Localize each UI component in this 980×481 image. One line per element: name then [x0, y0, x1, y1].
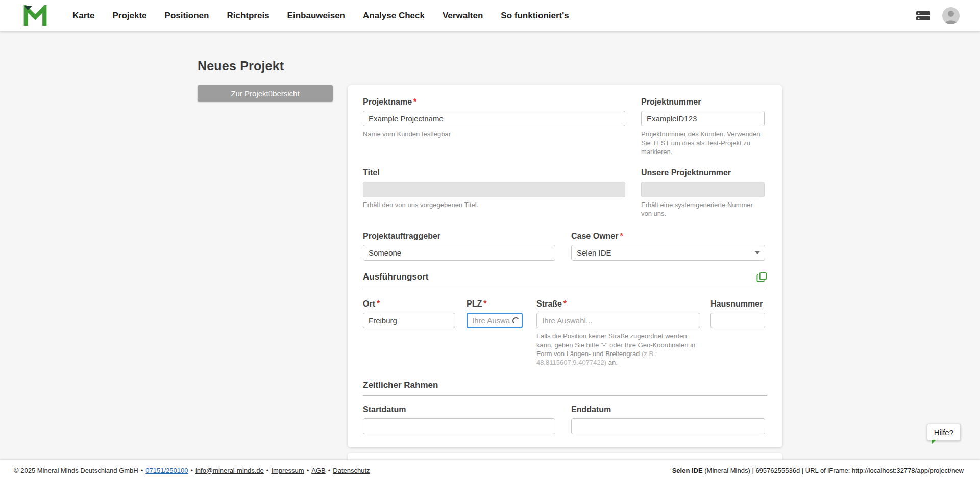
titel-label: Titel: [363, 168, 625, 178]
ort-label: Ort*: [363, 299, 455, 309]
enddatum-input[interactable]: [571, 418, 765, 434]
zeitlicher-rahmen-heading: Zeitlicher Rahmen: [363, 380, 438, 390]
project-overview-button[interactable]: Zur Projektübersicht: [198, 85, 333, 102]
nav-item-verwalten[interactable]: Verwalten: [443, 11, 483, 21]
titel-help: Erhält den von uns vorgegebenen Titel.: [363, 200, 625, 209]
titel-input: [363, 182, 625, 197]
projektnummer-label: Projektnummer: [641, 97, 765, 107]
loading-spinner-icon: [512, 317, 520, 324]
copy-icon[interactable]: [756, 272, 767, 283]
projektname-label: Projektname*: [363, 97, 625, 107]
mineral-minds-logo[interactable]: [23, 5, 47, 27]
projektnummer-input[interactable]: [641, 111, 765, 126]
phone-link[interactable]: 07151/250100: [145, 467, 188, 474]
required-asterisk: *: [564, 299, 567, 308]
case-owner-label: Case Owner*: [571, 232, 765, 241]
strasse-label: Straße*: [536, 299, 700, 309]
server-icon[interactable]: [916, 10, 931, 21]
footer-session-info: Selen IDE (Mineral Minds) | 69576255536d…: [672, 467, 964, 474]
top-navbar: Karte Projekte Positionen Richtpreis Ein…: [0, 0, 980, 31]
session-user: Selen IDE: [672, 467, 703, 474]
unsere-projektnummer-help: Erhält eine systemgenerierte Nummer von …: [641, 200, 765, 218]
required-asterisk: *: [483, 299, 486, 308]
case-owner-selected-value: Selen IDE: [577, 248, 611, 257]
separator: •: [266, 467, 269, 474]
new-project-form-card: Projektname* Name vom Kunden festlegbar …: [348, 85, 782, 447]
user-avatar[interactable]: [942, 7, 960, 24]
projektname-input[interactable]: [363, 111, 625, 126]
left-column: Zur Projektübersicht: [198, 85, 333, 102]
nav-item-positionen[interactable]: Positionen: [165, 11, 209, 21]
navbar-right: [916, 7, 960, 24]
nav-item-projekte[interactable]: Projekte: [112, 11, 146, 21]
strasse-help: Falls die Position keiner Straße zugeord…: [536, 332, 700, 367]
nav-item-karte[interactable]: Karte: [72, 11, 94, 21]
separator: •: [141, 467, 143, 474]
projektauftraggeber-label: Projektauftraggeber: [363, 232, 555, 241]
enddatum-label: Enddatum: [571, 405, 765, 414]
hausnummer-label: Hausnummer: [710, 299, 765, 309]
required-asterisk: *: [377, 299, 380, 308]
session-details: (Mineral Minds) | 69576255536d | URL of …: [703, 467, 964, 474]
chevron-down-icon: [755, 251, 760, 254]
section-ausfuehrungsort-header: Ausführungsort: [363, 272, 767, 288]
case-owner-select[interactable]: Selen IDE: [571, 245, 765, 261]
separator: •: [307, 467, 309, 474]
logo-icon: [23, 5, 47, 27]
required-asterisk: *: [620, 232, 623, 240]
ort-input[interactable]: [363, 313, 455, 328]
strasse-input[interactable]: [536, 313, 700, 328]
nav-item-einbauweisen[interactable]: Einbauweisen: [287, 11, 345, 21]
ausfuehrungsort-heading: Ausführungsort: [363, 272, 428, 282]
startdatum-input[interactable]: [363, 418, 555, 434]
nav-item-richtpreis[interactable]: Richtpreis: [227, 11, 269, 21]
startdatum-label: Startdatum: [363, 405, 555, 414]
section-zeitlicher-rahmen-header: Zeitlicher Rahmen: [363, 380, 767, 396]
projektname-help: Name vom Kunden festlegbar: [363, 130, 625, 138]
main-navigation: Karte Projekte Positionen Richtpreis Ein…: [72, 11, 916, 21]
separator: •: [190, 467, 193, 474]
help-button[interactable]: Hilfe?: [927, 424, 961, 441]
unsere-projektnummer-label: Unsere Projektnummer: [641, 168, 765, 178]
nav-item-analyse-check[interactable]: Analyse Check: [363, 11, 425, 21]
unsere-projektnummer-input: [641, 182, 765, 197]
datenschutz-link[interactable]: Datenschutz: [333, 467, 370, 474]
hausnummer-input[interactable]: [710, 313, 765, 328]
page-footer: © 2025 Mineral Minds Deutschland GmbH • …: [0, 460, 980, 481]
person-icon: [942, 7, 960, 24]
email-link[interactable]: info@mineral-minds.de: [195, 467, 264, 474]
plz-label: PLZ*: [467, 299, 523, 309]
copyright-text: © 2025 Mineral Minds Deutschland GmbH: [14, 467, 138, 474]
footer-links: © 2025 Mineral Minds Deutschland GmbH • …: [14, 467, 370, 474]
page-title: Neues Projekt: [198, 59, 782, 73]
separator: •: [328, 467, 331, 474]
nav-item-so-funktionierts[interactable]: So funktioniert's: [501, 11, 569, 21]
card-column: Projektname* Name vom Kunden festlegbar …: [348, 85, 782, 463]
projektnummer-help: Projektnummer des Kunden. Verwenden Sie …: [641, 130, 765, 156]
required-asterisk: *: [413, 97, 416, 106]
page-content: Neues Projekt Zur Projektübersicht Proje…: [198, 31, 782, 463]
projektauftraggeber-input[interactable]: [363, 245, 555, 261]
agb-link[interactable]: AGB: [311, 467, 325, 474]
impressum-link[interactable]: Impressum: [271, 467, 304, 474]
